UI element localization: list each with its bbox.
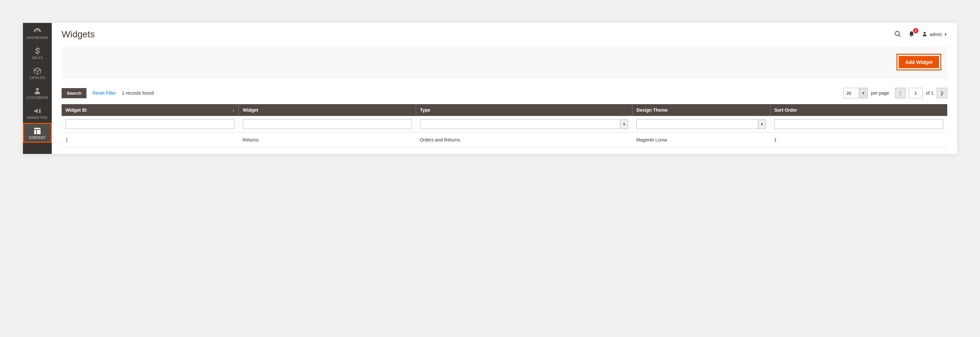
cell-widget-id: 1 bbox=[62, 133, 239, 147]
column-header-widget[interactable]: Widget bbox=[239, 104, 416, 116]
person-icon bbox=[33, 87, 41, 95]
column-header-design-theme[interactable]: Design Theme bbox=[632, 104, 770, 116]
search-icon bbox=[894, 30, 901, 39]
user-label: admin bbox=[929, 32, 942, 37]
chevron-down-icon[interactable]: ▼ bbox=[859, 88, 867, 98]
action-bar: Add Widget bbox=[62, 46, 947, 78]
filter-type-select[interactable]: ▼ bbox=[420, 119, 628, 129]
app-root: DASHBOARD SALES CATALOG CUSTOMERS MARKET… bbox=[23, 23, 957, 154]
cell-sort-order: 1 bbox=[770, 133, 947, 147]
table-row[interactable]: 1 Returns Orders and Returns Magento Lum… bbox=[62, 133, 947, 147]
widgets-table: Widget ID ↓ Widget Type Design Theme Sor… bbox=[62, 104, 947, 147]
chevron-right-icon: ❯ bbox=[940, 91, 944, 95]
add-widget-highlight: Add Widget bbox=[896, 54, 941, 70]
box-icon bbox=[33, 67, 41, 75]
sidebar: DASHBOARD SALES CATALOG CUSTOMERS MARKET… bbox=[23, 23, 52, 154]
per-page-select[interactable]: ▼ bbox=[843, 88, 868, 98]
column-header-sort-order[interactable]: Sort Order bbox=[770, 104, 947, 116]
search-button[interactable] bbox=[892, 29, 903, 40]
sidebar-item-label: SALES bbox=[24, 56, 51, 60]
sidebar-item-content[interactable]: CONTENT bbox=[23, 123, 52, 143]
column-header-widget-id[interactable]: Widget ID ↓ bbox=[62, 104, 239, 116]
sidebar-item-sales[interactable]: SALES bbox=[23, 43, 52, 63]
page-title: Widgets bbox=[62, 29, 889, 40]
sidebar-item-label: DASHBOARD bbox=[24, 36, 51, 40]
main-content: Widgets 1 admin ▼ bbox=[52, 23, 957, 154]
chevron-down-icon[interactable]: ▼ bbox=[758, 119, 766, 129]
notifications-badge: 1 bbox=[913, 28, 918, 33]
topbar: Widgets 1 admin ▼ bbox=[62, 23, 947, 46]
chevron-down-icon: ▼ bbox=[944, 33, 947, 37]
sidebar-item-label: CONTENT bbox=[24, 136, 51, 140]
sidebar-item-label: CATALOG bbox=[24, 76, 51, 79]
reset-filter-link[interactable]: Reset Filter bbox=[92, 91, 116, 95]
page-total-label: of 1 bbox=[926, 91, 934, 95]
per-page-label: per page bbox=[871, 91, 889, 95]
add-widget-button[interactable]: Add Widget bbox=[899, 56, 939, 68]
user-menu[interactable]: admin ▼ bbox=[922, 31, 947, 38]
per-page-value[interactable] bbox=[844, 88, 859, 98]
prev-page-button[interactable]: ❮ bbox=[895, 88, 905, 98]
chevron-down-icon[interactable]: ▼ bbox=[620, 119, 628, 129]
sidebar-item-marketing[interactable]: MARKETING bbox=[23, 103, 52, 123]
sidebar-item-label: MARKETING bbox=[24, 116, 51, 119]
cell-type: Orders and Returns bbox=[416, 133, 632, 147]
cell-design-theme: Magento Luma bbox=[632, 133, 770, 147]
filter-sort-order-input[interactable] bbox=[774, 119, 943, 129]
layout-icon bbox=[33, 127, 41, 135]
page-input[interactable] bbox=[909, 88, 923, 98]
grid-controls: Search Reset Filter 1 records found ▼ pe… bbox=[62, 88, 947, 98]
filter-row: ▼ ▼ bbox=[62, 116, 947, 133]
user-icon bbox=[922, 31, 928, 38]
gauge-icon bbox=[33, 27, 41, 35]
sidebar-item-catalog[interactable]: CATALOG bbox=[23, 63, 52, 83]
sidebar-item-label: CUSTOMERS bbox=[24, 96, 51, 100]
column-header-type[interactable]: Type bbox=[416, 104, 632, 116]
chevron-left-icon: ❮ bbox=[899, 91, 902, 95]
filter-widget-id-input[interactable] bbox=[65, 119, 235, 129]
search-grid-button[interactable]: Search bbox=[62, 88, 86, 98]
megaphone-icon bbox=[33, 107, 41, 114]
cell-widget: Returns bbox=[239, 133, 416, 147]
sidebar-item-customers[interactable]: CUSTOMERS bbox=[23, 83, 52, 103]
notifications-button[interactable]: 1 bbox=[906, 29, 917, 40]
records-found-label: 1 records found bbox=[122, 91, 154, 95]
pager: ❮ of 1 ❯ bbox=[895, 88, 947, 98]
filter-theme-select[interactable]: ▼ bbox=[636, 119, 766, 129]
per-page-group: ▼ per page bbox=[843, 88, 889, 98]
sort-descending-icon: ↓ bbox=[232, 107, 235, 112]
sidebar-item-dashboard[interactable]: DASHBOARD bbox=[23, 23, 52, 43]
dollar-icon bbox=[33, 47, 41, 55]
filter-type-value bbox=[420, 119, 620, 129]
filter-theme-value bbox=[636, 119, 757, 129]
next-page-button[interactable]: ❯ bbox=[937, 88, 947, 98]
filter-widget-input[interactable] bbox=[243, 119, 412, 129]
